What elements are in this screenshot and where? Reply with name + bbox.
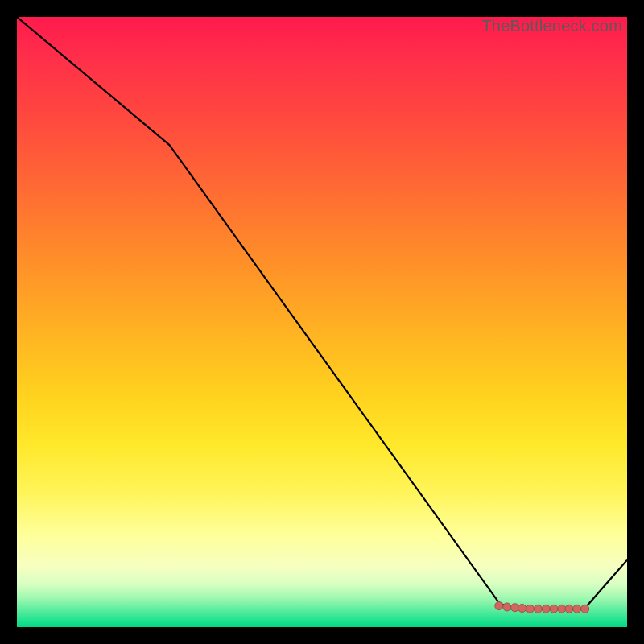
data-point bbox=[503, 603, 511, 611]
data-point bbox=[558, 605, 566, 613]
plot-area: TheBottleneck.com bbox=[17, 17, 627, 627]
dots-group bbox=[495, 602, 589, 613]
chart-frame: TheBottleneck.com bbox=[0, 0, 644, 644]
data-point bbox=[565, 605, 573, 613]
data-point bbox=[534, 605, 542, 613]
data-point bbox=[518, 605, 526, 613]
data-point bbox=[495, 602, 503, 610]
data-point bbox=[511, 604, 519, 612]
chart-overlay bbox=[17, 17, 627, 627]
data-point bbox=[573, 605, 581, 613]
data-point bbox=[526, 605, 535, 613]
curve-line bbox=[17, 17, 627, 609]
data-point bbox=[581, 605, 589, 613]
data-point bbox=[550, 605, 558, 613]
data-point bbox=[542, 605, 550, 613]
